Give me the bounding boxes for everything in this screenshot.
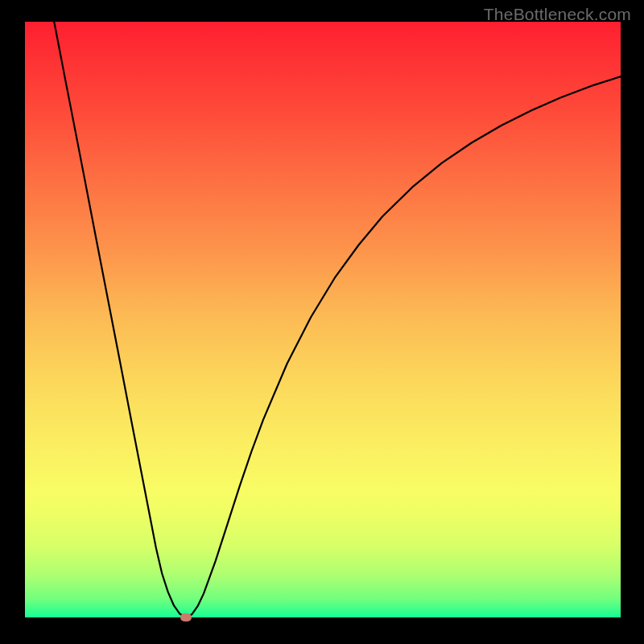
chart-root: TheBottleneck.com [0,0,644,644]
min-point-marker [180,613,192,621]
bottleneck-curve [25,22,621,617]
watermark: TheBottleneck.com [484,5,631,24]
